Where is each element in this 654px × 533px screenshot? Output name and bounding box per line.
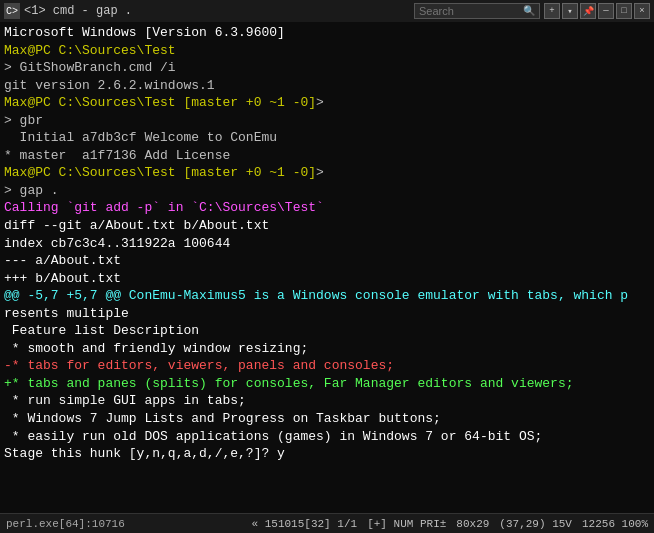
terminal-line: @@ -5,7 +5,7 @@ ConEmu-Maximus5 is a Win… xyxy=(4,287,650,305)
terminal-line: index cb7c3c4..311922a 100644 xyxy=(4,235,650,253)
terminal-size: 80x29 xyxy=(456,518,489,530)
icon-label: C> xyxy=(6,6,18,17)
terminal-line: > gbr xyxy=(4,112,650,130)
terminal-line: * easily run old DOS applications (games… xyxy=(4,428,650,446)
terminal-line: * master a1f7136 Add License xyxy=(4,147,650,165)
close-button[interactable]: × xyxy=(634,3,650,19)
terminal-output: Microsoft Windows [Version 6.3.9600]Max@… xyxy=(0,22,654,513)
terminal-line: Feature list Description xyxy=(4,322,650,340)
terminal-line: Initial a7db3cf Welcome to ConEmu xyxy=(4,129,650,147)
terminal-line: Max@PC C:\Sources\Test [master +0 ~1 -0]… xyxy=(4,94,650,112)
pin-button[interactable]: 📌 xyxy=(580,3,596,19)
statusbar: perl.exe[64]:10716 « 151015[32] 1/1 [+] … xyxy=(0,513,654,533)
dropdown-button[interactable]: ▾ xyxy=(562,3,578,19)
terminal-line: Stage this hunk [y,n,q,a,d,/,e,?]? y xyxy=(4,445,650,463)
terminal-line: Max@PC C:\Sources\Test [master +0 ~1 -0]… xyxy=(4,164,650,182)
terminal-line: diff --git a/About.txt b/About.txt xyxy=(4,217,650,235)
terminal-line: * smooth and friendly window resizing; xyxy=(4,340,650,358)
terminal-line: > GitShowBranch.cmd /i xyxy=(4,59,650,77)
terminal-line: * Windows 7 Jump Lists and Progress on T… xyxy=(4,410,650,428)
app-icon: C> xyxy=(4,3,20,19)
edit-mode: [+] NUM PRI± xyxy=(367,518,446,530)
cursor-coords: (37,29) 15V xyxy=(499,518,572,530)
process-info: perl.exe[64]:10716 xyxy=(6,518,242,530)
terminal-line: git version 2.6.2.windows.1 xyxy=(4,77,650,95)
terminal-line: -* tabs for editors, viewers, panels and… xyxy=(4,357,650,375)
terminal-line: > gap . xyxy=(4,182,650,200)
terminal-line: resents multiple xyxy=(4,305,650,323)
cursor-position: « 151015[32] 1/1 xyxy=(252,518,358,530)
terminal-line: Max@PC C:\Sources\Test xyxy=(4,42,650,60)
terminal-line: +++ b/About.txt xyxy=(4,270,650,288)
terminal-line: Microsoft Windows [Version 6.3.9600] xyxy=(4,24,650,42)
search-box[interactable]: 🔍 xyxy=(414,3,540,19)
new-tab-button[interactable]: + xyxy=(544,3,560,19)
terminal-line: * run simple GUI apps in tabs; xyxy=(4,392,650,410)
window-controls: + ▾ 📌 ─ □ × xyxy=(544,3,650,19)
window-title: <1> cmd - gap . xyxy=(24,4,410,18)
search-icon[interactable]: 🔍 xyxy=(523,5,535,17)
titlebar: C> <1> cmd - gap . 🔍 + ▾ 📌 ─ □ × xyxy=(0,0,654,22)
terminal-line: --- a/About.txt xyxy=(4,252,650,270)
terminal-line: +* tabs and panes (splits) for consoles,… xyxy=(4,375,650,393)
memory-usage: 12256 100% xyxy=(582,518,648,530)
maximize-button[interactable]: □ xyxy=(616,3,632,19)
minimize-button[interactable]: ─ xyxy=(598,3,614,19)
terminal-line: Calling `git add -p` in `C:\Sources\Test… xyxy=(4,199,650,217)
search-input[interactable] xyxy=(419,5,519,17)
